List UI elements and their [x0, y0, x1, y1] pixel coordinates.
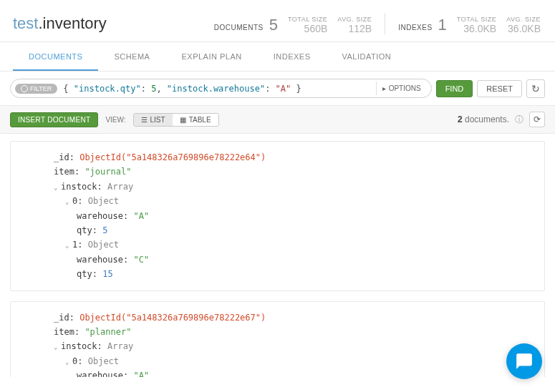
- reset-button[interactable]: RESET: [477, 80, 522, 97]
- chat-icon: [515, 352, 534, 371]
- chevron-down-icon[interactable]: ⌄: [54, 182, 61, 193]
- idx-total-size: 36.0KB: [463, 23, 496, 34]
- result-count: 2: [458, 114, 463, 124]
- tab-documents[interactable]: DOCUMENTS: [13, 42, 98, 71]
- documents-label: DOCUMENTS: [214, 24, 264, 34]
- tab-schema[interactable]: SCHEMA: [98, 42, 165, 71]
- history-icon: ↻: [531, 83, 540, 94]
- documents-list: _id: ObjectId("5a148326a769896e78222e64"…: [0, 134, 555, 377]
- info-icon[interactable]: ⓘ: [515, 114, 523, 126]
- view-table-button[interactable]: ▦ TABLE: [173, 114, 218, 126]
- namespace: test.inventory: [13, 14, 107, 33]
- indexes-count: 1: [438, 16, 447, 34]
- document-card[interactable]: _id: ObjectId("5a148326a769896e78222e64"…: [10, 141, 545, 291]
- tab-explain-plan[interactable]: EXPLAIN PLAN: [165, 42, 257, 71]
- options-button[interactable]: ▸ OPTIONS: [376, 82, 427, 95]
- tabs: DOCUMENTS SCHEMA EXPLAIN PLAN INDEXES VA…: [0, 42, 555, 72]
- avg-size: 112B: [348, 23, 372, 34]
- filter-input[interactable]: FILTER { "instock.qty": 5, "instock.ware…: [10, 79, 432, 98]
- find-button[interactable]: FIND: [436, 80, 473, 97]
- documents-count: 5: [269, 16, 278, 34]
- idx-avg-size: 36.0KB: [508, 23, 541, 34]
- filter-bar: FILTER { "instock.qty": 5, "instock.ware…: [0, 72, 555, 105]
- collection-name: inventory: [43, 14, 107, 32]
- view-label: VIEW:: [105, 116, 125, 124]
- toolbar: INSERT DOCUMENT VIEW: ☰ LIST ▦ TABLE 2 d…: [0, 105, 555, 134]
- tab-validation[interactable]: VALIDATION: [327, 42, 407, 71]
- chevron-down-icon[interactable]: ⌄: [65, 240, 72, 251]
- refresh-button[interactable]: ⟳: [529, 112, 545, 127]
- chat-button[interactable]: [506, 343, 542, 379]
- insert-document-button[interactable]: INSERT DOCUMENT: [10, 112, 98, 127]
- refresh-icon: ⟳: [534, 114, 541, 124]
- header-stats: DOCUMENTS 5 TOTAL SIZE 560B AVG. SIZE 11…: [214, 13, 541, 34]
- list-icon: ☰: [141, 116, 148, 124]
- view-list-button[interactable]: ☰ LIST: [134, 114, 173, 126]
- chevron-down-icon[interactable]: ⌄: [54, 342, 61, 353]
- indexes-label: INDEXES: [398, 24, 432, 34]
- table-icon: ▦: [180, 116, 186, 124]
- filter-query[interactable]: { "instock.qty": 5, "instock.warehouse":…: [57, 82, 375, 95]
- document-card[interactable]: _id: ObjectId("5a148326a769896e78222e67"…: [10, 301, 545, 377]
- caret-right-icon: ▸: [382, 84, 386, 92]
- chevron-down-icon[interactable]: ⌄: [65, 197, 72, 207]
- filter-badge: FILTER: [15, 84, 57, 94]
- history-button[interactable]: ↻: [526, 79, 545, 98]
- total-size: 560B: [304, 23, 328, 34]
- db-name: test: [13, 14, 38, 32]
- chevron-down-icon[interactable]: ⌄: [65, 357, 72, 368]
- header: test.inventory DOCUMENTS 5 TOTAL SIZE 56…: [0, 0, 555, 42]
- view-toggle: ☰ LIST ▦ TABLE: [133, 113, 219, 127]
- tab-indexes[interactable]: INDEXES: [258, 42, 327, 71]
